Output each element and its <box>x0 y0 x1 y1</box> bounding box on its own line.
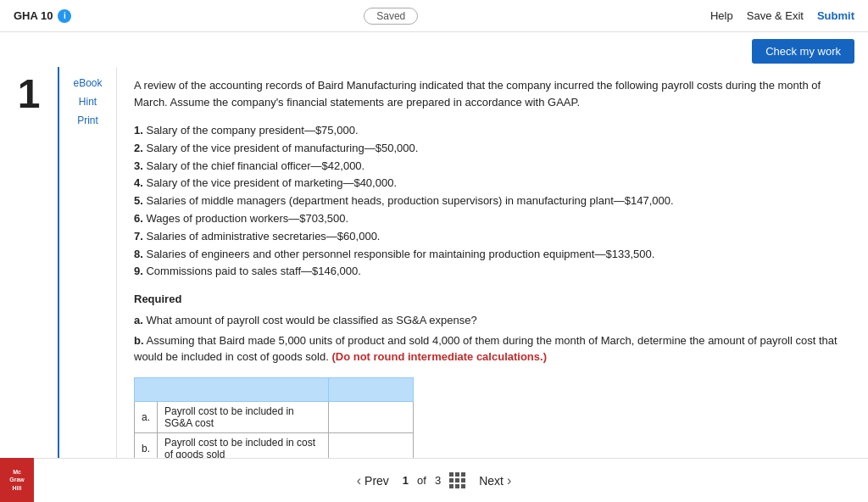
submit-link[interactable]: Submit <box>817 9 854 22</box>
payroll-list-item: 1. Salary of the company president—$75,0… <box>134 122 851 140</box>
payroll-list-item: 5. Salaries of middle managers (departme… <box>134 192 851 210</box>
sidebar-ebook[interactable]: eBook <box>73 77 102 89</box>
payroll-list-item: 4. Salary of the vice president of marke… <box>134 175 851 192</box>
saved-badge-container: Saved <box>364 9 418 22</box>
next-label: Next <box>479 474 504 488</box>
required-label: Required <box>134 293 851 305</box>
table-header-label <box>135 377 329 401</box>
payroll-list-item: 9. Commissions paid to sales staff—$146,… <box>134 263 851 281</box>
table-cell-description: Payroll cost to be included in SG&A cost <box>158 401 329 432</box>
next-button[interactable]: Next › <box>479 473 511 488</box>
question-a-text: What amount of payroll cost would be cla… <box>146 314 476 326</box>
gha-title: GHA 10 <box>14 9 53 22</box>
logo-line3: Hill <box>13 484 22 492</box>
payroll-list-item: 6. Wages of production workers—$703,500. <box>134 210 851 228</box>
check-btn-container: Check my work <box>0 32 868 67</box>
payroll-list: 1. Salary of the company president—$75,0… <box>134 122 851 281</box>
top-bar-right: Help Save & Exit Submit <box>710 9 854 22</box>
question-a-label: a. <box>134 314 143 326</box>
page-total: 3 <box>435 474 441 487</box>
question-b-label: b. <box>134 334 144 347</box>
question-b: b. Assuming that Baird made 5,000 units … <box>134 332 851 365</box>
payroll-list-item: 8. Salaries of engineers and other perso… <box>134 246 851 264</box>
question-number-col: 1 <box>0 67 59 493</box>
table-cell-input[interactable] <box>329 401 414 432</box>
answer-input-1[interactable] <box>336 443 406 455</box>
table-row: a. Payroll cost to be included in SG&A c… <box>135 401 414 432</box>
page-of: of <box>417 474 426 487</box>
content-area: A review of the accounting records of Ba… <box>117 67 868 493</box>
next-arrow-icon: › <box>507 473 511 488</box>
sidebar-print[interactable]: Print <box>77 114 98 126</box>
page-current: 1 <box>403 474 409 487</box>
prev-arrow-icon: ‹ <box>357 473 361 488</box>
question-b-note: (Do not round intermediate calculations.… <box>331 350 547 363</box>
table-cell-label: a. <box>135 401 158 432</box>
sidebar: eBook Hint Print <box>59 67 117 493</box>
page-info: 1 of 3 <box>403 472 465 488</box>
top-bar-left: GHA 10 i <box>14 9 71 23</box>
intro-text: A review of the accounting records of Ba… <box>134 77 851 110</box>
payroll-list-item: 2. Salary of the vice president of manuf… <box>134 140 851 158</box>
bottom-nav: ‹ Prev 1 of 3 Next › <box>0 458 868 502</box>
grid-icon[interactable] <box>449 472 465 488</box>
info-icon[interactable]: i <box>58 9 71 23</box>
answer-input-0[interactable] <box>336 411 406 423</box>
payroll-list-item: 3. Salary of the chief financial officer… <box>134 158 851 176</box>
top-bar: GHA 10 i Saved Help Save & Exit Submit <box>0 0 868 32</box>
payroll-list-item: 7. Salaries of administrative secretarie… <box>134 228 851 246</box>
save-exit-link[interactable]: Save & Exit <box>747 9 804 22</box>
check-my-work-button[interactable]: Check my work <box>752 39 854 64</box>
mcgraw-hill-logo: Mc Graw Hill <box>0 458 34 502</box>
question-a: a. What amount of payroll cost would be … <box>134 312 851 329</box>
prev-button[interactable]: ‹ Prev <box>357 473 389 488</box>
answer-table: a. Payroll cost to be included in SG&A c… <box>134 377 414 465</box>
logo-line2: Graw <box>9 476 25 483</box>
question-number: 1 <box>18 74 41 114</box>
table-header-value <box>329 377 414 401</box>
help-link[interactable]: Help <box>710 9 733 22</box>
sidebar-hint[interactable]: Hint <box>79 96 97 108</box>
prev-label: Prev <box>364 474 389 488</box>
logo-line1: Mc <box>13 468 21 476</box>
main-content: 1 eBook Hint Print A review of the accou… <box>0 67 868 493</box>
saved-badge: Saved <box>364 8 418 25</box>
